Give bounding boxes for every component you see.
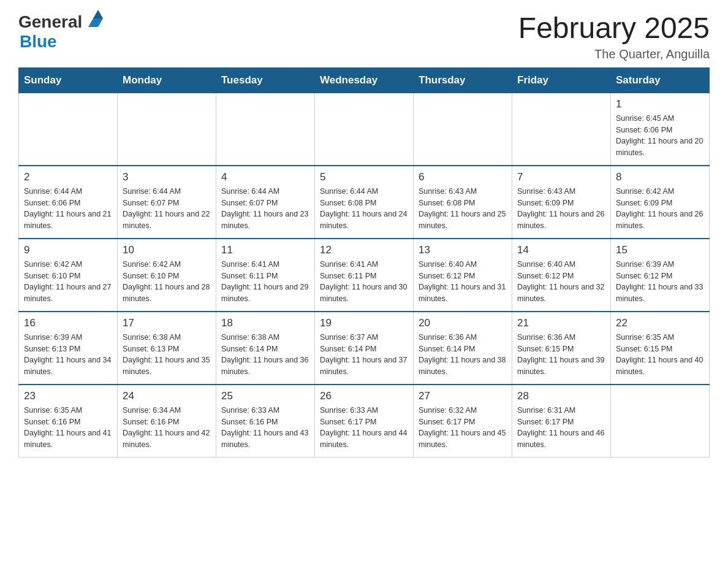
day-cell-w4-d4: 20Sunrise: 6:36 AMSunset: 6:14 PMDayligh… — [414, 312, 512, 385]
col-monday: Monday — [118, 67, 216, 93]
day-number: 25 — [221, 390, 309, 402]
day-cell-w1-d4 — [414, 93, 512, 166]
title-section: February 2025 The Quarter, Anguilla — [518, 12, 710, 61]
day-cell-w3-d3: 12Sunrise: 6:41 AMSunset: 6:11 PMDayligh… — [315, 239, 414, 312]
day-cell-w5-d0: 23Sunrise: 6:35 AMSunset: 6:16 PMDayligh… — [19, 385, 118, 458]
day-info: Sunrise: 6:35 AMSunset: 6:15 PMDaylight:… — [616, 332, 704, 378]
day-number: 9 — [24, 244, 112, 256]
day-info: Sunrise: 6:44 AMSunset: 6:07 PMDaylight:… — [221, 186, 309, 232]
day-info: Sunrise: 6:44 AMSunset: 6:06 PMDaylight:… — [24, 186, 112, 232]
day-info: Sunrise: 6:41 AMSunset: 6:11 PMDaylight:… — [221, 259, 309, 305]
day-cell-w1-d2 — [216, 93, 315, 166]
week-row-4: 16Sunrise: 6:39 AMSunset: 6:13 PMDayligh… — [19, 312, 710, 385]
day-cell-w1-d0 — [19, 93, 118, 166]
day-info: Sunrise: 6:42 AMSunset: 6:09 PMDaylight:… — [616, 186, 704, 232]
day-info: Sunrise: 6:44 AMSunset: 6:07 PMDaylight:… — [123, 186, 211, 232]
day-number: 17 — [123, 317, 211, 329]
logo-triangle-icon — [83, 10, 103, 29]
day-cell-w3-d1: 10Sunrise: 6:42 AMSunset: 6:10 PMDayligh… — [118, 239, 216, 312]
location-subtitle: The Quarter, Anguilla — [518, 47, 710, 61]
day-number: 21 — [517, 317, 605, 329]
day-number: 22 — [616, 317, 704, 329]
day-cell-w2-d2: 4Sunrise: 6:44 AMSunset: 6:07 PMDaylight… — [216, 166, 315, 239]
day-info: Sunrise: 6:34 AMSunset: 6:16 PMDaylight:… — [123, 405, 211, 451]
col-sunday: Sunday — [19, 67, 118, 93]
day-cell-w2-d0: 2Sunrise: 6:44 AMSunset: 6:06 PMDaylight… — [19, 166, 118, 239]
day-cell-w5-d2: 25Sunrise: 6:33 AMSunset: 6:16 PMDayligh… — [216, 385, 315, 458]
day-info: Sunrise: 6:41 AMSunset: 6:11 PMDaylight:… — [320, 259, 408, 305]
day-cell-w5-d1: 24Sunrise: 6:34 AMSunset: 6:16 PMDayligh… — [118, 385, 216, 458]
day-cell-w5-d5: 28Sunrise: 6:31 AMSunset: 6:17 PMDayligh… — [512, 385, 611, 458]
day-cell-w1-d6: 1Sunrise: 6:45 AMSunset: 6:06 PMDaylight… — [611, 93, 710, 166]
day-cell-w4-d1: 17Sunrise: 6:38 AMSunset: 6:13 PMDayligh… — [118, 312, 216, 385]
day-number: 12 — [320, 244, 408, 256]
day-number: 4 — [221, 171, 309, 183]
day-number: 20 — [419, 317, 507, 329]
day-cell-w5-d6 — [611, 385, 710, 458]
day-number: 13 — [419, 244, 507, 256]
col-wednesday: Wednesday — [315, 67, 414, 93]
week-row-5: 23Sunrise: 6:35 AMSunset: 6:16 PMDayligh… — [19, 385, 710, 458]
day-cell-w4-d5: 21Sunrise: 6:36 AMSunset: 6:15 PMDayligh… — [512, 312, 611, 385]
day-cell-w1-d3 — [315, 93, 414, 166]
day-info: Sunrise: 6:36 AMSunset: 6:15 PMDaylight:… — [517, 332, 605, 378]
day-cell-w1-d5 — [512, 93, 611, 166]
day-info: Sunrise: 6:42 AMSunset: 6:10 PMDaylight:… — [24, 259, 112, 305]
day-number: 26 — [320, 390, 408, 402]
day-cell-w3-d6: 15Sunrise: 6:39 AMSunset: 6:12 PMDayligh… — [611, 239, 710, 312]
day-info: Sunrise: 6:45 AMSunset: 6:06 PMDaylight:… — [616, 113, 704, 159]
day-number: 24 — [123, 390, 211, 402]
col-friday: Friday — [512, 67, 611, 93]
week-row-3: 9Sunrise: 6:42 AMSunset: 6:10 PMDaylight… — [19, 239, 710, 312]
page-header: General Blue February 2025 The Quarter, … — [18, 12, 710, 61]
calendar-body: 1Sunrise: 6:45 AMSunset: 6:06 PMDaylight… — [19, 93, 710, 457]
day-info: Sunrise: 6:38 AMSunset: 6:14 PMDaylight:… — [221, 332, 309, 378]
day-cell-w5-d3: 26Sunrise: 6:33 AMSunset: 6:17 PMDayligh… — [315, 385, 414, 458]
day-number: 3 — [123, 171, 211, 183]
day-info: Sunrise: 6:43 AMSunset: 6:09 PMDaylight:… — [517, 186, 605, 232]
calendar-table: Sunday Monday Tuesday Wednesday Thursday… — [18, 67, 710, 458]
day-info: Sunrise: 6:36 AMSunset: 6:14 PMDaylight:… — [419, 332, 507, 378]
day-info: Sunrise: 6:35 AMSunset: 6:16 PMDaylight:… — [24, 405, 112, 451]
svg-marker-0 — [88, 18, 103, 27]
day-cell-w3-d5: 14Sunrise: 6:40 AMSunset: 6:12 PMDayligh… — [512, 239, 611, 312]
day-cell-w4-d3: 19Sunrise: 6:37 AMSunset: 6:14 PMDayligh… — [315, 312, 414, 385]
day-number: 16 — [24, 317, 112, 329]
day-cell-w3-d2: 11Sunrise: 6:41 AMSunset: 6:11 PMDayligh… — [216, 239, 315, 312]
week-row-1: 1Sunrise: 6:45 AMSunset: 6:06 PMDaylight… — [19, 93, 710, 166]
day-number: 10 — [123, 244, 211, 256]
day-info: Sunrise: 6:39 AMSunset: 6:13 PMDaylight:… — [24, 332, 112, 378]
day-info: Sunrise: 6:37 AMSunset: 6:14 PMDaylight:… — [320, 332, 408, 378]
day-cell-w2-d3: 5Sunrise: 6:44 AMSunset: 6:08 PMDaylight… — [315, 166, 414, 239]
day-info: Sunrise: 6:33 AMSunset: 6:17 PMDaylight:… — [320, 405, 408, 451]
day-number: 23 — [24, 390, 112, 402]
day-info: Sunrise: 6:33 AMSunset: 6:16 PMDaylight:… — [221, 405, 309, 451]
day-cell-w3-d0: 9Sunrise: 6:42 AMSunset: 6:10 PMDaylight… — [19, 239, 118, 312]
day-number: 6 — [419, 171, 507, 183]
day-info: Sunrise: 6:42 AMSunset: 6:10 PMDaylight:… — [123, 259, 211, 305]
day-info: Sunrise: 6:40 AMSunset: 6:12 PMDaylight:… — [517, 259, 605, 305]
day-info: Sunrise: 6:43 AMSunset: 6:08 PMDaylight:… — [419, 186, 507, 232]
week-row-2: 2Sunrise: 6:44 AMSunset: 6:06 PMDaylight… — [19, 166, 710, 239]
day-number: 19 — [320, 317, 408, 329]
month-title: February 2025 — [518, 12, 710, 45]
day-cell-w4-d2: 18Sunrise: 6:38 AMSunset: 6:14 PMDayligh… — [216, 312, 315, 385]
day-number: 8 — [616, 171, 704, 183]
day-info: Sunrise: 6:39 AMSunset: 6:12 PMDaylight:… — [616, 259, 704, 305]
day-number: 1 — [616, 98, 704, 110]
day-info: Sunrise: 6:40 AMSunset: 6:12 PMDaylight:… — [419, 259, 507, 305]
col-thursday: Thursday — [414, 67, 512, 93]
day-info: Sunrise: 6:32 AMSunset: 6:17 PMDaylight:… — [419, 405, 507, 451]
day-info: Sunrise: 6:38 AMSunset: 6:13 PMDaylight:… — [123, 332, 211, 378]
logo-blue-text: Blue — [20, 32, 57, 52]
days-of-week-row: Sunday Monday Tuesday Wednesday Thursday… — [19, 67, 710, 93]
day-number: 5 — [320, 171, 408, 183]
day-cell-w2-d1: 3Sunrise: 6:44 AMSunset: 6:07 PMDaylight… — [118, 166, 216, 239]
day-cell-w5-d4: 27Sunrise: 6:32 AMSunset: 6:17 PMDayligh… — [414, 385, 512, 458]
day-cell-w4-d0: 16Sunrise: 6:39 AMSunset: 6:13 PMDayligh… — [19, 312, 118, 385]
day-number: 15 — [616, 244, 704, 256]
logo-general-text: General — [18, 12, 82, 32]
day-number: 18 — [221, 317, 309, 329]
day-number: 2 — [24, 171, 112, 183]
day-cell-w3-d4: 13Sunrise: 6:40 AMSunset: 6:12 PMDayligh… — [414, 239, 512, 312]
